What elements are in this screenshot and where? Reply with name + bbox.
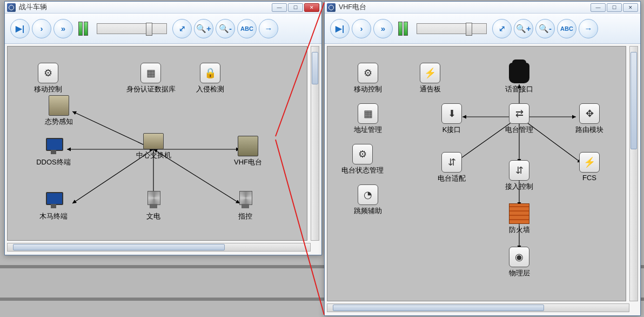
- node-label: VHF电台: [224, 157, 272, 167]
- download-icon: ⬇: [441, 103, 462, 124]
- phone-icon: [509, 63, 529, 83]
- node-radio-mgr[interactable]: ⇄ 电台管理: [495, 103, 544, 135]
- node-firewall[interactable]: 防火墙: [495, 203, 544, 235]
- node-adapter[interactable]: ⇵ 电台适配: [427, 152, 476, 183]
- node-label: 物理层: [495, 268, 544, 278]
- node-bulletin[interactable]: ⚡ 通告板: [406, 63, 454, 94]
- flow-icon: ⇵: [441, 152, 462, 173]
- abc-button[interactable]: ABC: [237, 19, 257, 38]
- bolt-icon: ⚡: [420, 63, 440, 83]
- next-button[interactable]: ›: [352, 19, 371, 38]
- node-label: 电台适配: [427, 174, 476, 183]
- flow-icon: ⇵: [509, 160, 529, 181]
- window-combat-vehicle: 战斗车辆 — ☐ ✕ ▶| › » ⤢ 🔍+ 🔍- ABC →: [4, 1, 322, 255]
- canvas-area: ⚙ 移动控制 ⚡ 通告板 话音接口 ▦ 地址管理 ⬇ K接口 ⇄ 电台管理: [325, 44, 640, 314]
- expand-button[interactable]: ⤢: [492, 19, 512, 38]
- speed-slider[interactable]: [417, 23, 487, 34]
- horizontal-scrollbar[interactable]: [327, 303, 629, 312]
- node-label: DDOS终端: [29, 157, 78, 167]
- node-label: 木马终端: [29, 212, 78, 221]
- close-button[interactable]: ✕: [304, 3, 319, 12]
- node-route[interactable]: ✥ 路由模块: [565, 103, 614, 135]
- titlebar[interactable]: VHF电台 — ☐ ✕: [325, 2, 640, 14]
- step-button[interactable]: ▶|: [10, 19, 30, 38]
- vertical-scrollbar[interactable]: [629, 46, 638, 301]
- firewall-icon: [509, 203, 529, 224]
- node-auth-db[interactable]: ▦ 身份认证数据库: [126, 63, 175, 94]
- node-trojan[interactable]: 木马终端: [29, 190, 78, 221]
- node-cmd[interactable]: 指控: [221, 190, 270, 221]
- expand-button[interactable]: ⤢: [172, 19, 192, 38]
- app-icon: [7, 3, 16, 12]
- gear-icon: ⚙: [352, 144, 373, 164]
- zoom-out-button[interactable]: 🔍-: [535, 19, 555, 38]
- node-label: 态势感知: [35, 117, 83, 127]
- node-label: 电台状态管理: [338, 166, 387, 175]
- node-label: 指控: [221, 212, 270, 221]
- node-label: K接口: [427, 125, 476, 135]
- node-label: 通告板: [406, 84, 454, 94]
- gear-icon: ⚙: [358, 63, 378, 83]
- node-intrusion[interactable]: 🔒 入侵检测: [186, 63, 234, 94]
- minimize-button[interactable]: —: [272, 3, 287, 12]
- node-label: 身份认证数据库: [126, 84, 175, 94]
- lock-icon: 🔒: [200, 63, 220, 83]
- node-doc[interactable]: 文电: [129, 190, 178, 221]
- toolbar: ▶| › » ⤢ 🔍+ 🔍- ABC →: [325, 14, 640, 44]
- node-status-mgr[interactable]: ⚙ 电台状态管理: [338, 144, 387, 175]
- clock-icon: ◔: [358, 184, 378, 205]
- titlebar[interactable]: 战斗车辆 — ☐ ✕: [5, 2, 321, 14]
- next-button[interactable]: ›: [32, 19, 51, 38]
- bolt-icon: ⚡: [579, 152, 600, 173]
- maximize-button[interactable]: ☐: [607, 3, 622, 12]
- node-label: 文电: [129, 212, 178, 221]
- tower-icon: [143, 190, 164, 210]
- tower-icon: [235, 190, 256, 210]
- zoom-out-button[interactable]: 🔍-: [216, 19, 235, 38]
- node-addr[interactable]: ▦ 地址管理: [344, 103, 392, 135]
- node-label: 移动控制: [24, 84, 72, 94]
- node-label: 话音接口: [495, 84, 544, 94]
- go-button[interactable]: →: [579, 19, 598, 38]
- window-title: VHF电台: [339, 3, 591, 12]
- antenna-icon: ◉: [509, 247, 529, 267]
- node-label: FCS: [565, 174, 614, 182]
- toolbar: ▶| › » ⤢ 🔍+ 🔍- ABC →: [5, 14, 321, 44]
- window-vhf-radio: VHF电台 — ☐ ✕ ▶| › » ⤢ 🔍+ 🔍- ABC →: [324, 1, 641, 316]
- app-icon: [327, 3, 336, 12]
- node-vhf[interactable]: VHF电台: [224, 136, 272, 167]
- horizontal-scrollbar[interactable]: [7, 243, 311, 252]
- canvas-area: ⚙ 移动控制 ▦ 身份认证数据库 🔒 入侵检测 态势感知 DDOS终端 木马: [5, 44, 321, 254]
- speed-slider[interactable]: [97, 23, 167, 34]
- zoom-in-button[interactable]: 🔍+: [194, 19, 213, 38]
- abc-button[interactable]: ABC: [557, 19, 576, 38]
- node-ddos[interactable]: DDOS终端: [29, 136, 78, 167]
- node-label: 路由模块: [565, 125, 614, 135]
- server-icon: [143, 133, 164, 149]
- node-voice[interactable]: 话音接口: [495, 63, 544, 94]
- monitor-icon: [43, 136, 64, 156]
- zoom-in-button[interactable]: 🔍+: [514, 19, 533, 38]
- node-access[interactable]: ⇵ 接入控制: [495, 160, 544, 191]
- forward-button[interactable]: »: [373, 19, 393, 38]
- step-button[interactable]: ▶|: [330, 19, 350, 38]
- node-mobile-control[interactable]: ⚙ 移动控制: [344, 63, 392, 94]
- close-button[interactable]: ✕: [623, 3, 638, 12]
- vertical-scrollbar[interactable]: [311, 46, 319, 241]
- node-k-if[interactable]: ⬇ K接口: [427, 103, 476, 135]
- window-title: 战斗车辆: [19, 3, 272, 12]
- node-label: 跳频辅助: [344, 206, 392, 216]
- go-button[interactable]: →: [259, 19, 278, 38]
- node-mobile-control[interactable]: ⚙ 移动控制: [24, 63, 72, 94]
- gear-icon: ⚙: [38, 63, 58, 83]
- maximize-button[interactable]: ☐: [288, 3, 303, 12]
- forward-button[interactable]: »: [53, 19, 73, 38]
- node-label: 电台管理: [495, 125, 544, 135]
- node-switch[interactable]: 中心交换机: [129, 133, 178, 160]
- node-hop[interactable]: ◔ 跳频辅助: [344, 184, 392, 216]
- node-fcs[interactable]: ⚡ FCS: [565, 152, 614, 182]
- minimize-button[interactable]: —: [591, 3, 606, 12]
- node-sit-aware[interactable]: 态势感知: [35, 95, 83, 127]
- grid-icon: ▦: [140, 63, 161, 83]
- node-phy[interactable]: ◉ 物理层: [495, 247, 544, 278]
